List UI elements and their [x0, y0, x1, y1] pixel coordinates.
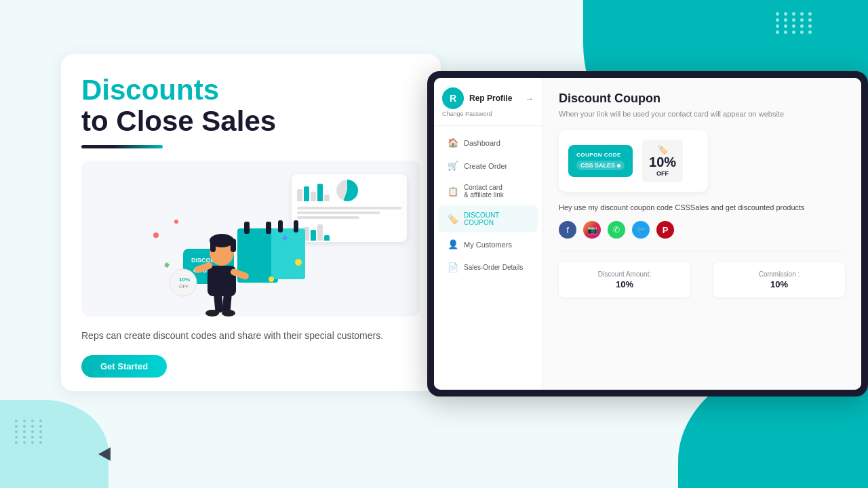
- discount-coupon-icon: 🏷️: [448, 214, 458, 224]
- heading-underline: [81, 145, 163, 148]
- app-sidebar: R Rep Profile → Change Password 🏠 Dashbo…: [434, 78, 542, 390]
- page-title: Discount Coupon: [559, 92, 845, 106]
- bg-shape-bottom-left: [0, 400, 108, 488]
- sidebar-item-contact-card-label: Contact card& affiliate link: [464, 184, 504, 199]
- change-password-link[interactable]: Change Password: [442, 110, 534, 117]
- svg-rect-5: [294, 220, 298, 232]
- character-illustration: DISCOUNT COUPON: [88, 167, 305, 317]
- svg-point-24: [174, 220, 178, 224]
- svg-rect-19: [231, 239, 236, 252]
- sidebar-item-dashboard-label: Dashboard: [464, 139, 500, 147]
- svg-rect-1: [244, 222, 250, 234]
- create-order-icon: 🛒: [448, 161, 458, 171]
- svg-point-20: [153, 232, 159, 238]
- sidebar-item-create-order-label: Create Order: [464, 162, 507, 170]
- pinterest-icon[interactable]: P: [656, 221, 674, 239]
- contact-card-icon: 📋: [448, 186, 458, 197]
- tablet-frame: R Rep Profile → Change Password 🏠 Dashbo…: [427, 71, 868, 396]
- sidebar-item-create-order[interactable]: 🛒 Create Order: [438, 155, 538, 177]
- stat-discount-label: Discount Amount:: [570, 270, 679, 278]
- sidebar-item-sales-order[interactable]: 📄 Sales-Order Details: [438, 256, 538, 279]
- coupon-off-label: OFF: [649, 170, 676, 177]
- heading-discounts: Discounts: [81, 75, 420, 106]
- illustration-area: DISCOUNT COUPON: [81, 161, 420, 317]
- stat-discount: Discount Amount: 10%: [559, 262, 690, 298]
- svg-rect-4: [278, 220, 283, 232]
- back-arrow-icon[interactable]: [98, 447, 111, 461]
- coupon-percent-icon: 🏷️: [649, 145, 676, 155]
- whatsapp-icon[interactable]: ✆: [608, 221, 625, 239]
- dashboard-icon: 🏠: [448, 138, 458, 148]
- tablet-inner: R Rep Profile → Change Password 🏠 Dashbo…: [434, 78, 861, 390]
- coupon-percent: 10%: [649, 155, 676, 170]
- coupon-left: COUPON CODE CSS SALES: [568, 145, 633, 177]
- dot-grid-bottom-left: [15, 420, 45, 444]
- instagram-icon[interactable]: 📷: [583, 221, 601, 239]
- avatar: R: [442, 87, 464, 109]
- coupon-card: COUPON CODE CSS SALES 🏷️ 10% OFF: [559, 130, 708, 192]
- sidebar-item-sales-order-label: Sales-Order Details: [464, 264, 523, 271]
- stat-commission-label: Commission :: [724, 270, 834, 278]
- heading-close-sales: to Close Sales: [81, 106, 420, 137]
- my-customers-icon: 👤: [448, 239, 458, 249]
- sidebar-item-discount-coupon[interactable]: 🏷️ DISCOUNT COUPON: [438, 205, 538, 232]
- tablet-mockup: R Rep Profile → Change Password 🏠 Dashbo…: [427, 71, 868, 396]
- stat-commission: Commission : 10%: [713, 262, 845, 298]
- svg-rect-2: [266, 222, 271, 234]
- coupon-right: 🏷️ 10% OFF: [642, 140, 683, 182]
- stat-commission-value: 10%: [724, 279, 834, 289]
- stat-discount-value: 10%: [570, 279, 679, 289]
- svg-point-25: [269, 277, 274, 282]
- sidebar-item-my-customers[interactable]: 👤 My Customers: [438, 233, 538, 256]
- dot-grid-decoration: [776, 12, 814, 34]
- mini-dashboard: [292, 174, 407, 242]
- svg-point-21: [295, 259, 302, 266]
- sidebar-profile: R Rep Profile → Change Password: [434, 87, 542, 126]
- facebook-icon[interactable]: f: [559, 221, 576, 239]
- coupon-code-value: CSS SALES: [576, 161, 625, 170]
- twitter-icon[interactable]: 🐦: [632, 221, 650, 239]
- svg-rect-3: [271, 228, 305, 279]
- sidebar-item-dashboard[interactable]: 🏠 Dashboard: [438, 131, 538, 154]
- svg-point-12: [222, 310, 235, 317]
- sales-order-icon: 📄: [448, 262, 458, 272]
- left-card: Discounts to Close Sales: [61, 54, 441, 391]
- sidebar-item-my-customers-label: My Customers: [464, 241, 512, 249]
- logout-icon[interactable]: →: [525, 94, 534, 104]
- cta-button[interactable]: Get Started: [81, 355, 167, 378]
- svg-rect-22: [164, 262, 170, 268]
- profile-name: Rep Profile: [469, 94, 519, 103]
- sidebar-item-contact-card[interactable]: 📋 Contact card& affiliate link: [438, 178, 538, 205]
- share-text: Hey use my discount coupon code CSSSales…: [559, 203, 845, 213]
- svg-point-11: [205, 310, 219, 317]
- svg-text:10%: 10%: [179, 277, 190, 283]
- sidebar-item-discount-coupon-label: DISCOUNT COUPON: [464, 211, 528, 226]
- stats-row: Discount Amount: 10% Commission : 10%: [559, 262, 845, 298]
- svg-rect-18: [210, 239, 216, 252]
- social-icons-row: f 📷 ✆ 🐦 P: [559, 221, 845, 239]
- divider: [559, 251, 845, 251]
- svg-point-26: [170, 269, 197, 296]
- main-content: Discount Coupon When your link will be u…: [542, 78, 861, 390]
- description-text: Reps can create discount codes and share…: [81, 329, 420, 343]
- coupon-code-label: COUPON CODE: [576, 152, 625, 158]
- left-panel: Discounts to Close Sales: [61, 54, 441, 391]
- page-subtitle: When your link will be used your contact…: [559, 110, 845, 118]
- coupon-dot: [617, 164, 620, 167]
- svg-text:OFF: OFF: [179, 284, 189, 289]
